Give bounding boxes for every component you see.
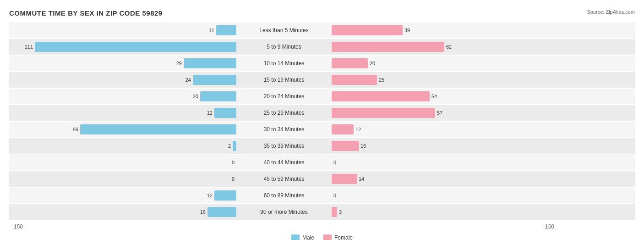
female-value-label: 57 — [437, 110, 448, 116]
row-label: 30 to 34 Minutes — [238, 126, 330, 133]
left-section: 29 — [9, 58, 238, 68]
male-bar — [216, 25, 236, 35]
row-label: 90 or more Minutes — [238, 209, 330, 215]
male-bar — [35, 42, 236, 52]
row-label: 45 to 59 Minutes — [238, 176, 330, 182]
right-section: 0 — [330, 190, 559, 201]
male-value-label: 29 — [171, 61, 182, 66]
male-value-label: 86 — [67, 127, 78, 132]
male-bar — [207, 207, 236, 217]
male-color-box — [291, 234, 300, 240]
left-section: 24 — [9, 75, 238, 85]
bar-row: 1690 or more Minutes3 — [9, 204, 635, 220]
male-value-label: 0 — [224, 176, 235, 182]
right-section: 3 — [330, 207, 559, 217]
male-bar — [193, 75, 236, 85]
right-section: 12 — [330, 124, 559, 134]
female-bar — [332, 25, 403, 35]
left-section: 16 — [9, 207, 238, 217]
left-section: 2 — [9, 141, 238, 151]
right-section: 0 — [330, 157, 559, 167]
bar-row: 040 to 44 Minutes0 — [9, 155, 635, 170]
female-bar — [332, 108, 435, 118]
male-value-label: 24 — [180, 77, 191, 83]
right-section: 14 — [330, 174, 559, 184]
male-value-label: 12 — [202, 110, 213, 116]
male-value-label: 12 — [202, 193, 213, 198]
male-value-label: 0 — [224, 160, 235, 165]
left-section: 11 — [9, 25, 238, 35]
male-value-label: 111 — [22, 44, 33, 50]
left-section: 86 — [9, 124, 238, 134]
bar-row: 1115 to 9 Minutes62 — [9, 39, 635, 55]
female-bar — [332, 75, 377, 85]
female-value-label: 3 — [339, 209, 350, 215]
row-label: 20 to 24 Minutes — [238, 93, 330, 100]
female-value-label: 12 — [355, 127, 366, 132]
right-section: 39 — [330, 25, 559, 35]
male-bar — [200, 91, 236, 101]
female-color-box — [323, 234, 332, 240]
female-bar — [332, 91, 430, 101]
row-label: 25 to 29 Minutes — [238, 110, 330, 116]
bar-row: 235 to 39 Minutes15 — [9, 138, 635, 154]
female-bar — [332, 141, 359, 151]
female-value-label: 39 — [404, 28, 415, 33]
row-label: 40 to 44 Minutes — [238, 159, 330, 166]
row-label: 35 to 39 Minutes — [238, 143, 330, 149]
right-section: 15 — [330, 141, 559, 151]
source-label: Source: ZipAtlas.com — [587, 9, 635, 15]
right-section: 25 — [330, 75, 559, 85]
male-value-label: 20 — [187, 94, 198, 99]
female-value-label: 0 — [333, 160, 344, 165]
male-label: Male — [302, 234, 314, 240]
female-value-label: 25 — [379, 77, 390, 83]
male-bar — [214, 108, 236, 118]
female-value-label: 54 — [431, 94, 442, 99]
right-section: 57 — [330, 108, 559, 118]
female-value-label: 62 — [446, 44, 457, 50]
male-value-label: 16 — [195, 209, 206, 215]
female-value-label: 0 — [333, 193, 344, 198]
chart-title: COMMUTE TIME BY SEX IN ZIP CODE 59829 — [9, 9, 635, 17]
female-label: Female — [334, 234, 353, 240]
left-section: 12 — [9, 108, 238, 118]
female-value-label: 15 — [360, 143, 371, 149]
female-bar — [332, 174, 357, 184]
male-bar — [184, 58, 236, 68]
female-value-label: 14 — [359, 176, 370, 182]
left-section: 12 — [9, 190, 238, 201]
left-section: 0 — [9, 157, 238, 167]
right-section: 20 — [330, 58, 559, 68]
bar-row: 2910 to 14 Minutes20 — [9, 56, 635, 71]
axis-row: 150 150 — [9, 223, 635, 230]
legend-female: Female — [323, 234, 353, 240]
row-label: 15 to 19 Minutes — [238, 77, 330, 83]
female-bar — [332, 42, 444, 52]
row-label: 10 to 14 Minutes — [238, 60, 330, 67]
bar-row: 045 to 59 Minutes14 — [9, 171, 635, 187]
bar-row: 2415 to 19 Minutes25 — [9, 72, 635, 88]
axis-left-label: 150 — [9, 223, 238, 230]
bar-row: 11Less than 5 Minutes39 — [9, 22, 635, 38]
male-bar — [214, 190, 236, 201]
bar-row: 1225 to 29 Minutes57 — [9, 105, 635, 121]
row-label: Less than 5 Minutes — [238, 27, 330, 33]
axis-right-label: 150 — [330, 223, 559, 230]
male-value-label: 2 — [220, 143, 231, 149]
legend-male: Male — [291, 234, 314, 240]
female-bar — [332, 207, 337, 217]
chart-container: COMMUTE TIME BY SEX IN ZIP CODE 59829 So… — [0, 0, 644, 240]
left-section: 111 — [9, 42, 238, 52]
female-bar — [332, 58, 368, 68]
male-bar — [233, 141, 236, 151]
bar-row: 8630 to 34 Minutes12 — [9, 122, 635, 137]
female-bar — [332, 124, 354, 134]
left-section: 0 — [9, 174, 238, 184]
bar-row: 1260 to 89 Minutes0 — [9, 188, 635, 203]
rows-area: 11Less than 5 Minutes391115 to 9 Minutes… — [9, 22, 635, 220]
female-value-label: 20 — [370, 61, 381, 66]
bar-row: 2020 to 24 Minutes54 — [9, 89, 635, 104]
row-label: 5 to 9 Minutes — [238, 44, 330, 50]
male-bar — [80, 124, 236, 134]
